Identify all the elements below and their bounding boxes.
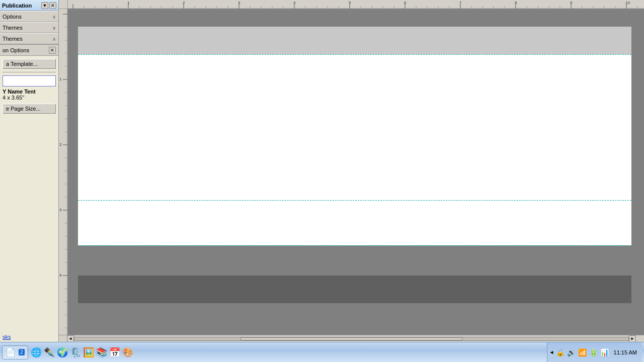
svg-text:2: 2 bbox=[59, 142, 62, 147]
taskbar-icon-paint[interactable]: 🎨 bbox=[122, 346, 134, 358]
h-scrollbar: ◄ ► bbox=[59, 335, 644, 342]
panel-close-btn[interactable]: ✕ bbox=[49, 2, 56, 9]
svg-text:1: 1 bbox=[59, 77, 62, 81]
panel-title: Publication bbox=[2, 3, 32, 9]
ruler-row-top: // This will be rendered via JS below 12… bbox=[59, 0, 644, 9]
svg-text:5: 5 bbox=[349, 1, 351, 5]
ruler-content-area: 12345 bbox=[59, 9, 644, 335]
panel-titlebar: Publication ▼ ✕ bbox=[0, 0, 58, 11]
section-themes2-toggle: ∧ bbox=[52, 36, 56, 42]
taskbar-icon-orb[interactable]: 🌐 bbox=[30, 346, 42, 358]
guide-line-3 bbox=[78, 245, 631, 246]
section-options[interactable]: Options ∨ bbox=[0, 11, 58, 22]
panel-minimize-btn[interactable]: ▼ bbox=[41, 2, 48, 9]
tasks-link[interactable]: sks bbox=[3, 334, 11, 340]
svg-text:10: 10 bbox=[625, 1, 630, 5]
ruler-v-svg: 12345 bbox=[59, 9, 68, 335]
pub-options-section: on Options ✕ a Template... Y Name Tent 4… bbox=[0, 44, 58, 332]
canvas-area[interactable] bbox=[68, 9, 644, 335]
page-size-button[interactable]: e Page Size... bbox=[3, 104, 56, 114]
pub-options-header: on Options ✕ bbox=[0, 45, 58, 56]
panel-title-buttons: ▼ ✕ bbox=[41, 2, 56, 9]
guide-line-1 bbox=[78, 54, 631, 55]
svg-text:3: 3 bbox=[59, 208, 62, 212]
scroll-right-btn[interactable]: ► bbox=[629, 335, 636, 342]
ruler-corner bbox=[59, 0, 68, 9]
taskbar-icon-book[interactable]: 📚 bbox=[96, 346, 108, 358]
tray-expand-icon[interactable]: ◄ bbox=[549, 349, 554, 355]
svg-text:9: 9 bbox=[570, 1, 573, 5]
section-themes2[interactable]: Themes ∧ bbox=[0, 33, 58, 44]
section-themes2-label: Themes bbox=[3, 36, 23, 42]
taskbar-icon-pen[interactable]: ✒️ bbox=[43, 346, 55, 358]
section-options-toggle: ∨ bbox=[52, 14, 56, 20]
scrollbar-track[interactable] bbox=[74, 337, 629, 341]
svg-text:6: 6 bbox=[404, 1, 407, 5]
section-themes1-label: Themes bbox=[3, 25, 23, 31]
svg-text:3: 3 bbox=[238, 1, 240, 5]
ruler-top: // This will be rendered via JS below 12… bbox=[68, 0, 644, 9]
svg-text:4: 4 bbox=[293, 1, 296, 5]
pub-options-label: on Options bbox=[3, 47, 29, 53]
left-panel: Publication ▼ ✕ Options ∨ Themes ∨ Theme… bbox=[0, 0, 59, 342]
svg-text:2: 2 bbox=[183, 1, 185, 5]
svg-text:4: 4 bbox=[59, 273, 62, 278]
section-options-label: Options bbox=[3, 14, 22, 20]
separator-1 bbox=[3, 72, 56, 72]
pub-options-content: a Template... Y Name Tent 4 x 3.65" e Pa… bbox=[0, 56, 58, 117]
page-header-bar bbox=[78, 27, 631, 54]
taskbar-icon-calendar[interactable]: 📅 bbox=[109, 346, 121, 358]
taskbar: 📄 2 🌐 ✒️ 🌍 🗜️ 🖼️ 📚 📅 🎨 ◄ 🔒 🔊 📶 🔋 📊 11:15… bbox=[0, 342, 644, 362]
tray-icon-security[interactable]: 🔒 bbox=[555, 347, 566, 357]
taskbar-icon-7zip[interactable]: 🗜️ bbox=[69, 346, 82, 358]
main-content: // This will be rendered via JS below 12… bbox=[59, 0, 644, 342]
scroll-left-btn[interactable]: ◄ bbox=[67, 335, 74, 342]
section-themes1-toggle: ∨ bbox=[52, 25, 56, 31]
template-button[interactable]: a Template... bbox=[3, 59, 56, 69]
svg-text:1: 1 bbox=[127, 1, 130, 5]
system-tray: ◄ 🔒 🔊 📶 🔋 📊 11:15 AM bbox=[547, 342, 642, 362]
taskbar-icon-photoshop[interactable]: 🖼️ bbox=[83, 346, 95, 358]
guide-line-2 bbox=[78, 200, 631, 201]
tasks-section: sks bbox=[0, 332, 58, 342]
tray-icon-volume[interactable]: 🔊 bbox=[567, 347, 577, 357]
taskbar-app-button[interactable]: 📄 2 bbox=[2, 345, 28, 359]
taskbar-badge: 2 bbox=[19, 349, 25, 355]
tray-icon-signal[interactable]: 📊 bbox=[600, 347, 610, 357]
taskbar-quick-launch: 🌐 ✒️ 🌍 🗜️ 🖼️ 📚 📅 🎨 bbox=[30, 346, 134, 358]
tray-icon-battery[interactable]: 🔋 bbox=[589, 347, 599, 357]
ruler-h-svg: // This will be rendered via JS below 12… bbox=[68, 0, 644, 9]
pub-options-close-btn[interactable]: ✕ bbox=[49, 47, 56, 54]
svg-text:7: 7 bbox=[459, 1, 462, 5]
tray-icon-network[interactable]: 📶 bbox=[578, 347, 588, 357]
taskbar-icon-chrome[interactable]: 🌍 bbox=[56, 346, 68, 358]
template-name-input[interactable] bbox=[3, 75, 56, 86]
system-clock: 11:15 AM bbox=[611, 349, 640, 355]
page-body bbox=[78, 54, 631, 245]
ruler-left: 12345 bbox=[59, 9, 68, 335]
template-size-display: 4 x 3.65" bbox=[3, 95, 56, 101]
template-name-display: Y Name Tent bbox=[3, 88, 56, 95]
svg-text:8: 8 bbox=[515, 1, 517, 5]
app-area: Publication ▼ ✕ Options ∨ Themes ∨ Theme… bbox=[0, 0, 644, 342]
scrollbar-thumb[interactable] bbox=[240, 337, 462, 340]
taskbar-app-icon: 📄 bbox=[6, 347, 16, 357]
section-themes1[interactable]: Themes ∨ bbox=[0, 22, 58, 33]
page-footer-bar bbox=[78, 276, 631, 303]
